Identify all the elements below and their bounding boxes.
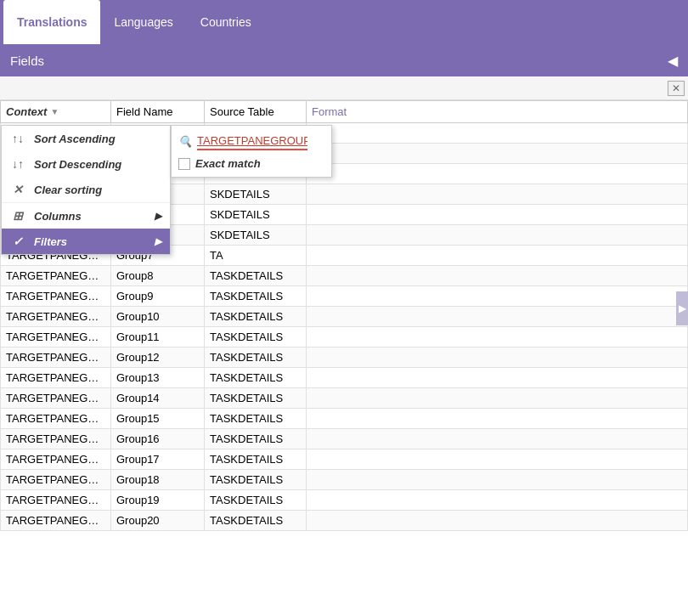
sourcetable-cell: TASKDETAILS <box>205 307 307 327</box>
data-table: Context ▼ ↑↓ Sort Ascending ↓↑ Sort Desc… <box>0 100 688 531</box>
sourcetable-cell: TASKDETAILS <box>205 511 307 531</box>
tab-translations[interactable]: Translations <box>3 0 100 44</box>
exact-match-checkbox[interactable] <box>178 158 190 170</box>
sourcetable-cell: TASKDETAILS <box>205 286 307 307</box>
exact-match-label: Exact match <box>195 157 261 170</box>
right-collapse-handle[interactable]: ▶ <box>676 291 688 325</box>
sort-asc-icon: ↑↓ <box>10 132 25 145</box>
filters-check-icon: ✓ <box>10 235 25 248</box>
context-cell: TARGETPANEGROUP <box>1 348 111 368</box>
format-cell <box>307 490 688 511</box>
format-cell <box>307 266 688 286</box>
sourcetable-cell: TASKDETAILS <box>205 470 307 490</box>
filters-chevron-icon: ▶ <box>155 236 161 247</box>
table-row: TARGETPANEGROUPGroup20TASKDETAILS <box>1 511 688 531</box>
fieldname-cell: Group16 <box>111 429 205 449</box>
sourcetable-cell: TASKDETAILS <box>205 449 307 470</box>
table-container: Context ▼ ↑↓ Sort Ascending ↓↑ Sort Desc… <box>0 100 688 616</box>
sourcetable-cell: TASKDETAILS <box>205 409 307 429</box>
format-cell <box>307 409 688 429</box>
fieldname-cell: Group19 <box>111 490 205 511</box>
fieldname-cell: Group20 <box>111 511 205 531</box>
sourcetable-cell: TASKDETAILS <box>205 348 307 368</box>
format-column-header: Format <box>307 101 688 123</box>
context-label: Context <box>6 105 47 118</box>
sort-descending-item[interactable]: ↓↑ Sort Descending <box>2 151 170 177</box>
sort-desc-icon: ↓↑ <box>10 157 25 171</box>
sourcetable-column-header: Source Table <box>205 101 307 123</box>
filters-item[interactable]: ✓ Filters ▶ <box>2 229 170 254</box>
exact-match-row: Exact match <box>178 157 324 170</box>
table-row: TARGETPANEGROUPGroup14TASKDETAILS <box>1 388 688 409</box>
context-cell: TARGETPANEGROUP <box>1 286 111 307</box>
sort-icon: ▼ <box>50 107 59 116</box>
context-column-header[interactable]: Context ▼ ↑↓ Sort Ascending ↓↑ Sort Desc… <box>1 101 111 123</box>
fieldname-column-header: Field Name <box>111 101 205 123</box>
chevron-icon: ▶ <box>155 211 161 222</box>
filter-input[interactable] <box>197 133 307 150</box>
format-cell <box>307 123 688 144</box>
fieldname-cell: Group12 <box>111 348 205 368</box>
sourcetable-cell: TA <box>205 246 307 266</box>
context-cell: TARGETPANEGROUP <box>1 429 111 449</box>
sourcetable-cell: TASKDETAILS <box>205 368 307 388</box>
table-row: TARGETPANEGROUPGroup8TASKDETAILS <box>1 266 688 286</box>
context-cell: TARGETPANEGROUP <box>1 470 111 490</box>
filter-search-row: 🔍 <box>178 133 324 150</box>
fieldname-cell: Group9 <box>111 286 205 307</box>
fields-title: Fields <box>10 54 44 68</box>
fieldname-cell: Group11 <box>111 327 205 348</box>
context-cell: TARGETPANEGROUP <box>1 388 111 409</box>
context-cell: TARGETPANEGROUP <box>1 511 111 531</box>
close-button[interactable]: ✕ <box>668 81 685 96</box>
format-cell <box>307 449 688 470</box>
format-cell <box>307 429 688 449</box>
sourcetable-cell: TASKDETAILS <box>205 429 307 449</box>
table-row: TARGETPANEGROUPGroup10TASKDETAILS <box>1 307 688 327</box>
format-cell <box>307 307 688 327</box>
context-cell: TARGETPANEGROUP <box>1 409 111 429</box>
sourcetable-cell: SKDETAILS <box>205 184 307 205</box>
context-dropdown-menu: ↑↓ Sort Ascending ↓↑ Sort Descending ✕ C… <box>1 125 171 255</box>
fieldname-cell: Group8 <box>111 266 205 286</box>
table-row: TARGETPANEGROUPGroup17TASKDETAILS <box>1 449 688 470</box>
context-cell: TARGETPANEGROUP <box>1 327 111 348</box>
fieldname-cell: Group14 <box>111 388 205 409</box>
format-cell <box>307 327 688 348</box>
format-cell <box>307 164 688 184</box>
context-cell: TARGETPANEGROUP <box>1 490 111 511</box>
table-row: TARGETPANEGROUPGroup18TASKDETAILS <box>1 470 688 490</box>
table-row: TARGETPANEGROUPGroup16TASKDETAILS <box>1 429 688 449</box>
format-cell <box>307 286 688 307</box>
header-nav: Translations Languages Countries <box>0 0 688 44</box>
right-handle-icon: ▶ <box>679 302 686 314</box>
fieldname-cell: Group10 <box>111 307 205 327</box>
format-cell <box>307 184 688 205</box>
format-cell <box>307 144 688 164</box>
sourcetable-cell: TASKDETAILS <box>205 266 307 286</box>
clear-sort-icon: ✕ <box>10 183 25 196</box>
fields-bar: Fields ◀ <box>0 44 688 76</box>
fieldname-cell: Group15 <box>111 409 205 429</box>
table-row: TARGETPANEGROUPGroup13TASKDETAILS <box>1 368 688 388</box>
sourcetable-cell: TASKDETAILS <box>205 490 307 511</box>
filter-submenu: 🔍 Exact match <box>171 125 332 178</box>
toolbar-row: ✕ <box>0 76 688 100</box>
fieldname-cell: Group18 <box>111 470 205 490</box>
collapse-button[interactable]: ◀ <box>668 53 678 69</box>
format-cell <box>307 388 688 409</box>
columns-item[interactable]: ⊞ Columns ▶ <box>2 203 170 229</box>
format-cell <box>307 368 688 388</box>
format-cell <box>307 225 688 246</box>
clear-sorting-item[interactable]: ✕ Clear sorting <box>2 177 170 202</box>
context-cell: TARGETPANEGROUP <box>1 449 111 470</box>
format-cell <box>307 205 688 225</box>
tab-countries[interactable]: Countries <box>187 0 265 44</box>
sort-ascending-item[interactable]: ↑↓ Sort Ascending <box>2 126 170 151</box>
sourcetable-cell: SKDETAILS <box>205 225 307 246</box>
table-row: TARGETPANEGROUPGroup11TASKDETAILS <box>1 327 688 348</box>
table-row: TARGETPANEGROUPGroup12TASKDETAILS <box>1 348 688 368</box>
sourcetable-cell: TASKDETAILS <box>205 327 307 348</box>
context-cell: TARGETPANEGROUP <box>1 368 111 388</box>
tab-languages[interactable]: Languages <box>100 0 186 44</box>
